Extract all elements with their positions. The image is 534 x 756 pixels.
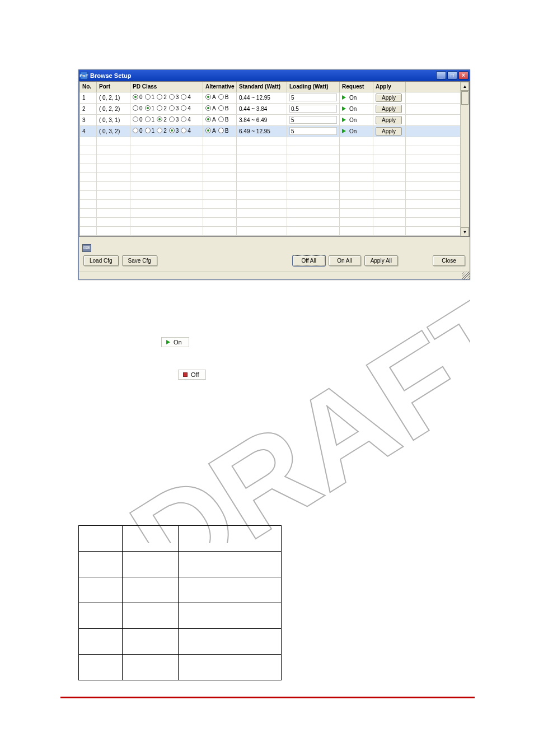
pdclass-radio-4[interactable]: 4 bbox=[181, 94, 191, 100]
request-label[interactable]: On bbox=[349, 117, 357, 123]
pdclass-radio-1[interactable]: 1 bbox=[145, 116, 155, 123]
scroll-up-button[interactable]: ▲ bbox=[461, 82, 469, 91]
table-row-empty bbox=[80, 164, 469, 172]
setup-grid: No.PortPD ClassAlternativeStandard (Watt… bbox=[79, 81, 470, 237]
vertical-scrollbar[interactable]: ▲ ▼ bbox=[460, 82, 469, 236]
loading-input[interactable] bbox=[289, 127, 337, 135]
load-cfg-button[interactable]: Load Cfg bbox=[83, 255, 119, 266]
col-header[interactable]: Alternative bbox=[203, 82, 237, 92]
cell-pdclass: 01234 bbox=[130, 92, 203, 103]
pdclass-radio-3[interactable]: 3 bbox=[169, 116, 179, 123]
pdclass-radio-3[interactable]: 3 bbox=[169, 105, 179, 111]
table-row[interactable]: 4( 0, 3, 2)01234AB6.49 ~ 12.95OnApply bbox=[80, 125, 469, 137]
apply-row-button[interactable]: Apply bbox=[376, 116, 402, 124]
alt-radio-A[interactable]: A bbox=[205, 128, 216, 134]
cell-standard: 0.44 ~ 12.95 bbox=[237, 92, 287, 103]
title-bar[interactable]: PoE Browse Setup _ □ × bbox=[79, 70, 470, 81]
pdclass-radio-4[interactable]: 4 bbox=[181, 116, 191, 123]
draft-watermark: DRAFT bbox=[67, 241, 470, 543]
alt-radio-B[interactable]: B bbox=[218, 94, 229, 100]
table-row-empty bbox=[80, 226, 469, 235]
col-header[interactable]: Loading (Watt) bbox=[287, 82, 340, 92]
on-pill-label: On bbox=[174, 339, 182, 346]
cell-loading bbox=[287, 114, 340, 125]
pdclass-radio-0[interactable]: 0 bbox=[133, 94, 143, 100]
col-header[interactable]: Apply bbox=[373, 82, 406, 92]
off-pill-label: Off bbox=[191, 371, 199, 378]
pdclass-radio-0[interactable]: 0 bbox=[133, 105, 143, 111]
cell-apply: Apply bbox=[373, 125, 406, 137]
app-icon: PoE bbox=[80, 72, 88, 80]
pdclass-radio-1[interactable]: 1 bbox=[145, 128, 155, 134]
pdclass-radio-2[interactable]: 2 bbox=[157, 128, 167, 134]
resize-grip[interactable] bbox=[462, 272, 470, 279]
stop-icon bbox=[183, 372, 188, 377]
pdclass-radio-3[interactable]: 3 bbox=[169, 128, 179, 134]
cell-standard: 6.49 ~ 12.95 bbox=[237, 125, 287, 137]
col-header[interactable]: PD Class bbox=[130, 82, 203, 92]
table-row-empty bbox=[80, 217, 469, 226]
scroll-thumb[interactable] bbox=[461, 91, 469, 105]
cell-standard: 0.44 ~ 3.84 bbox=[237, 103, 287, 114]
table-row-empty bbox=[80, 146, 469, 155]
table-row[interactable]: 2( 0, 2, 2)01234AB0.44 ~ 3.84OnApply bbox=[80, 103, 469, 114]
col-header[interactable]: Port bbox=[97, 82, 130, 92]
pdclass-radio-0[interactable]: 0 bbox=[133, 116, 143, 123]
save-cfg-button[interactable]: Save Cfg bbox=[122, 255, 157, 266]
cell-pdclass: 01234 bbox=[130, 103, 203, 114]
apply-row-button[interactable]: Apply bbox=[376, 127, 402, 136]
alt-radio-A[interactable]: A bbox=[205, 94, 216, 100]
pdclass-radio-2[interactable]: 2 bbox=[157, 116, 167, 123]
pdclass-radio-1[interactable]: 1 bbox=[145, 94, 155, 100]
apply-all-button[interactable]: Apply All bbox=[364, 255, 398, 266]
alt-radio-B[interactable]: B bbox=[218, 105, 229, 111]
cell-standard: 3.84 ~ 6.49 bbox=[237, 114, 287, 125]
minimize-button[interactable]: _ bbox=[436, 71, 446, 80]
alt-radio-B[interactable]: B bbox=[218, 116, 229, 123]
window-title: Browse Setup bbox=[90, 72, 131, 79]
alt-radio-A[interactable]: A bbox=[205, 116, 216, 123]
loading-input[interactable] bbox=[289, 105, 337, 113]
table-row-empty bbox=[80, 155, 469, 164]
pdclass-radio-4[interactable]: 4 bbox=[181, 105, 191, 111]
pdclass-radio-0[interactable]: 0 bbox=[133, 128, 143, 134]
request-label[interactable]: On bbox=[349, 128, 357, 134]
bottom-table bbox=[78, 525, 282, 680]
table-row[interactable]: 3( 0, 3, 1)01234AB3.84 ~ 6.49OnApply bbox=[80, 114, 469, 125]
close-window-button[interactable]: × bbox=[458, 71, 469, 80]
col-header[interactable]: Request bbox=[340, 82, 373, 92]
play-icon bbox=[342, 129, 346, 133]
on-pill[interactable]: On bbox=[161, 337, 189, 347]
col-header[interactable]: Standard (Watt) bbox=[237, 82, 287, 92]
table-row[interactable]: 1( 0, 2, 1)01234AB0.44 ~ 12.95OnApply bbox=[80, 92, 469, 103]
pdclass-radio-2[interactable]: 2 bbox=[157, 94, 167, 100]
pdclass-radio-4[interactable]: 4 bbox=[181, 128, 191, 134]
alt-radio-A[interactable]: A bbox=[205, 105, 216, 111]
cell-request: On bbox=[340, 125, 373, 137]
alt-radio-B[interactable]: B bbox=[218, 128, 229, 134]
pdclass-radio-3[interactable]: 3 bbox=[169, 94, 179, 100]
request-label[interactable]: On bbox=[349, 95, 357, 101]
on-all-button[interactable]: On All bbox=[329, 255, 361, 266]
close-button[interactable]: Close bbox=[433, 255, 465, 266]
play-icon bbox=[342, 95, 346, 100]
loading-input[interactable] bbox=[289, 116, 337, 124]
request-label[interactable]: On bbox=[349, 106, 357, 112]
cell-port: ( 0, 3, 1) bbox=[97, 114, 130, 125]
off-pill[interactable]: Off bbox=[178, 370, 206, 380]
apply-row-button[interactable]: Apply bbox=[376, 94, 402, 102]
cell-alt: AB bbox=[203, 92, 237, 103]
apply-row-button[interactable]: Apply bbox=[376, 105, 402, 113]
off-all-button[interactable]: Off All bbox=[293, 255, 325, 266]
status-icon[interactable]: ⌨ bbox=[82, 244, 91, 252]
scroll-down-button[interactable]: ▼ bbox=[461, 227, 469, 236]
maximize-button[interactable]: □ bbox=[447, 71, 457, 80]
loading-input[interactable] bbox=[289, 94, 337, 101]
col-header[interactable]: No. bbox=[80, 82, 97, 92]
pdclass-radio-1[interactable]: 1 bbox=[145, 105, 155, 111]
svg-text:DRAFT: DRAFT bbox=[108, 263, 470, 543]
cell-loading bbox=[287, 92, 340, 103]
pdclass-radio-2[interactable]: 2 bbox=[157, 105, 167, 111]
cell-no: 1 bbox=[80, 92, 97, 103]
cell-request: On bbox=[340, 92, 373, 103]
